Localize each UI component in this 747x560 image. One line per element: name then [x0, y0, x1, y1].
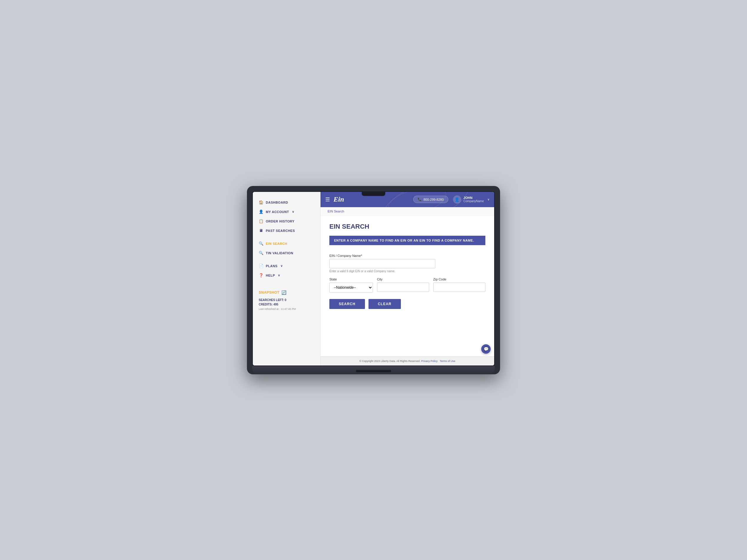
- chevron-down-icon: ∨: [278, 274, 280, 277]
- button-row: SEARCH CLEAR: [329, 299, 485, 309]
- avatar: 👤: [453, 195, 461, 204]
- breadcrumb: EIN Search: [320, 207, 494, 216]
- sidebar-item-label: EIN SEARCH: [266, 242, 287, 245]
- state-select[interactable]: --Nationwide-- Alabama Alaska Arizona Ca…: [329, 283, 373, 293]
- sidebar: 🏠 DASHBOARD 👤 MY ACCOUNT ∨ 📋 ORDER HISTO…: [253, 192, 320, 366]
- sidebar-item-my-account[interactable]: 👤 MY ACCOUNT ∨: [253, 207, 320, 217]
- sidebar-item-ein-search[interactable]: 🔍 EIN SEARCH: [253, 239, 320, 248]
- sidebar-item-tin-validation[interactable]: 🔍 TIN VALIDATION: [253, 248, 320, 258]
- phone-number: 800-299-8280: [423, 198, 444, 201]
- sidebar-item-help[interactable]: ❓ HELP ∨: [253, 271, 320, 280]
- sidebar-item-label: PLANS: [266, 264, 278, 268]
- hamburger-icon[interactable]: ☰: [325, 196, 330, 203]
- plans-icon: 📄: [259, 264, 263, 268]
- ein-search-icon: 🔍: [259, 241, 263, 246]
- zip-input[interactable]: [433, 283, 485, 292]
- zip-col: Zip Code: [433, 277, 485, 293]
- ein-input[interactable]: [329, 259, 435, 268]
- user-name: JOHN: [464, 196, 484, 199]
- logo: Ein: [333, 195, 344, 203]
- chevron-down-icon: ∨: [487, 198, 489, 201]
- chat-button[interactable]: 💬: [481, 344, 491, 354]
- searches-left: SEARCHES LEFT: 0: [259, 298, 314, 302]
- sidebar-item-plans[interactable]: 📄 PLANS ∨: [253, 261, 320, 271]
- snapshot-info: SEARCHES LEFT: 0 CREDITS: 495 Last refre…: [253, 296, 320, 313]
- ein-label: EIN / Company Name*: [329, 254, 485, 258]
- history-icon: 🖥: [259, 229, 263, 233]
- footer: © Copyright 2023 Liberty Data. All Right…: [320, 356, 494, 366]
- city-label: City: [377, 277, 429, 281]
- content-area: EIN SEARCH ENTER A COMPANY NAME TO FIND …: [320, 216, 494, 356]
- footer-copyright: © Copyright 2023 Liberty Data. All Right…: [359, 359, 420, 363]
- sidebar-item-label: PAST SEARCHES: [266, 229, 295, 233]
- tin-icon: 🔍: [259, 251, 263, 256]
- sidebar-item-label: TIN VALIDATION: [266, 251, 293, 255]
- account-icon: 👤: [259, 210, 263, 214]
- phone-icon: 📞: [418, 197, 422, 201]
- state-col: State --Nationwide-- Alabama Alaska Ariz…: [329, 277, 373, 293]
- ein-hint: Enter a valid 9 digit EIN or a valid Com…: [329, 270, 485, 273]
- refresh-icon[interactable]: 🔄: [281, 290, 287, 295]
- phone-button[interactable]: 📞 800-299-8280: [413, 196, 448, 203]
- breadcrumb-text: EIN Search: [328, 210, 344, 213]
- city-input[interactable]: [377, 283, 429, 292]
- header: ☰ Ein 📞 800-299-8280 👤 JOHN CompanyName: [320, 192, 494, 207]
- help-icon: ❓: [259, 273, 263, 278]
- sidebar-item-past-searches[interactable]: 🖥 PAST SEARCHES: [253, 226, 320, 235]
- terms-of-use-link[interactable]: Terms of Use: [440, 359, 455, 363]
- logo-text: Ein: [333, 195, 344, 203]
- search-button[interactable]: SEARCH: [329, 299, 365, 309]
- state-label: State: [329, 277, 373, 281]
- chat-icon: 💬: [484, 347, 489, 351]
- main-content: EIN Search EIN SEARCH ENTER A COMPANY NA…: [320, 207, 494, 366]
- ein-field-group: EIN / Company Name* Enter a valid 9 digi…: [329, 254, 485, 273]
- sidebar-item-label: MY ACCOUNT: [266, 210, 289, 214]
- sidebar-item-label: HELP: [266, 274, 275, 277]
- clear-button[interactable]: CLEAR: [368, 299, 401, 309]
- sidebar-item-dashboard[interactable]: 🏠 DASHBOARD: [253, 198, 320, 207]
- user-menu[interactable]: 👤 JOHN CompanyName ∨: [453, 195, 489, 204]
- credits: CREDITS: 495: [259, 302, 314, 306]
- home-icon: 🏠: [259, 200, 263, 205]
- zip-label: Zip Code: [433, 277, 485, 281]
- privacy-policy-link[interactable]: Privacy Policy: [421, 359, 438, 363]
- chevron-down-icon: ∨: [292, 210, 294, 213]
- snapshot-label: SNAPSHOT: [259, 290, 280, 295]
- info-banner: ENTER A COMPANY NAME TO FIND AN EIN OR A…: [329, 236, 485, 245]
- sidebar-item-order-history[interactable]: 📋 ORDER HISTORY: [253, 217, 320, 226]
- user-company: CompanyName: [464, 199, 484, 203]
- page-title: EIN SEARCH: [329, 223, 485, 231]
- sidebar-item-label: ORDER HISTORY: [266, 219, 294, 223]
- order-icon: 📋: [259, 219, 263, 224]
- city-col: City: [377, 277, 429, 293]
- snapshot-section: SNAPSHOT 🔄: [253, 286, 320, 296]
- sidebar-item-label: DASHBOARD: [266, 201, 288, 204]
- chevron-down-icon: ∨: [281, 264, 283, 267]
- user-text: JOHN CompanyName: [464, 196, 484, 203]
- last-refreshed: Last refreshed at : 11:47:46 PM: [259, 307, 314, 311]
- location-row: State --Nationwide-- Alabama Alaska Ariz…: [329, 277, 485, 293]
